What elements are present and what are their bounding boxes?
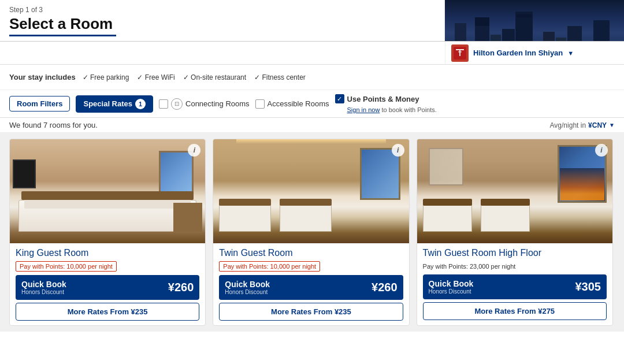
qb-subtitle-2: Honors Discount (429, 288, 474, 295)
rooms-container: i King Guest Room Pay with Points: 10,00… (0, 133, 624, 332)
qb-left-2: Quick Book Honors Discount (429, 279, 474, 295)
accessible-rooms-label: Accessible Rooms (268, 99, 329, 108)
quick-book-btn-1[interactable]: Quick Book Honors Discount ¥260 (219, 275, 403, 300)
hotel-name[interactable]: Hilton Garden Inn Shiyan (473, 49, 563, 57)
results-count: We found 7 rooms for you. (9, 121, 98, 129)
qb-left-0: Quick Book Honors Discount (21, 280, 66, 295)
connecting-rooms-filter[interactable]: ⊡ Connecting Rooms (159, 98, 250, 110)
hotel-dropdown-icon[interactable]: ▼ (567, 50, 574, 57)
more-rates-btn-0[interactable]: More Rates From ¥235 (16, 303, 199, 321)
filters-row: Room Filters Special Rates 1 ⊡ Connectin… (0, 90, 624, 118)
sign-in-suffix: to book with Points. (380, 106, 436, 113)
room-filters-button[interactable]: Room Filters (9, 96, 70, 112)
room-card-0: i King Guest Room Pay with Points: 10,00… (9, 139, 206, 326)
room-image-1: i (213, 139, 408, 243)
avg-night-section: Avg/night in ¥CNY ▼ (550, 121, 615, 129)
room-name-2: Twin Guest Room High Floor (423, 248, 607, 258)
room-card-2: i Twin Guest Room High Floor Pay with Po… (417, 139, 613, 326)
sign-in-link[interactable]: Sign in now (347, 106, 380, 113)
qb-title-2: Quick Book (429, 279, 474, 288)
step-label: Step 1 of 3 (9, 6, 435, 14)
room-points-1: Pay with Points: 10,000 per night (219, 261, 320, 272)
accessible-checkbox[interactable] (255, 99, 265, 109)
connecting-checkbox[interactable] (159, 99, 168, 109)
more-rates-btn-1[interactable]: More Rates From ¥235 (219, 303, 403, 321)
room-body-2: Twin Guest Room High Floor Pay with Poin… (417, 243, 612, 325)
stays-row: Your stay includes ✓ Free parking ✓ Free… (0, 65, 624, 90)
page-title: Select a Room (9, 15, 435, 33)
use-points-label: Use Points & Money (347, 95, 419, 103)
currency-selector[interactable]: ¥CNY (588, 121, 607, 129)
room-image-2: i (417, 139, 612, 243)
quick-book-btn-2[interactable]: Quick Book Honors Discount ¥305 (423, 274, 607, 299)
qb-left-1: Quick Book Honors Discount (225, 280, 270, 295)
results-row: We found 7 rooms for you. Avg/night in ¥… (0, 118, 624, 133)
connecting-rooms-label: Connecting Rooms (185, 99, 250, 108)
amenity-restaurant: ✓ On-site restaurant (183, 73, 246, 81)
use-points-filter[interactable]: ✓ Use Points & Money Sign in now to book… (335, 94, 437, 113)
room-body-0: King Guest Room Pay with Points: 10,000 … (10, 243, 205, 325)
hotel-logo (451, 44, 469, 62)
qb-subtitle-0: Honors Discount (21, 289, 66, 295)
special-rates-badge: 1 (135, 99, 146, 109)
hotel-image-area (445, 0, 624, 41)
special-rates-button[interactable]: Special Rates 1 (76, 95, 153, 113)
room-name-0: King Guest Room (16, 248, 199, 258)
accessible-rooms-filter[interactable]: Accessible Rooms (255, 99, 329, 109)
room-image-0: i (10, 139, 205, 243)
room-name-1: Twin Guest Room (219, 248, 403, 258)
hotel-image (445, 0, 624, 41)
room-info-btn-2[interactable]: i (595, 144, 608, 157)
amenity-wifi: ✓ Free WiFi (137, 73, 174, 81)
room-card-1: i Twin Guest Room Pay with Points: 10,00… (213, 139, 409, 326)
special-rates-label: Special Rates (83, 99, 132, 108)
room-points-0: Pay with Points: 10,000 per night (16, 261, 117, 272)
room-body-1: Twin Guest Room Pay with Points: 10,000 … (213, 243, 408, 325)
qb-title-0: Quick Book (21, 280, 66, 289)
amenity-parking: ✓ Free parking (83, 73, 129, 81)
stays-label: Your stay includes (9, 73, 76, 81)
amenity-fitness: ✓ Fitness center (254, 73, 306, 81)
qb-title-1: Quick Book (225, 280, 270, 289)
avg-night-label: Avg/night in (550, 121, 586, 129)
room-points-2: Pay with Points: 23,000 per night (423, 262, 516, 271)
hotel-info-bar: Hilton Garden Inn Shiyan ▼ (445, 42, 624, 64)
title-underline (9, 35, 116, 36)
qb-price-0: ¥260 (168, 281, 194, 294)
room-info-btn-1[interactable]: i (392, 144, 404, 157)
qb-subtitle-1: Honors Discount (225, 289, 270, 295)
use-points-checkbox[interactable]: ✓ (335, 94, 344, 103)
more-rates-btn-2[interactable]: More Rates From ¥275 (423, 302, 607, 320)
connecting-icon: ⊡ (171, 98, 183, 110)
currency-arrow-icon[interactable]: ▼ (609, 122, 615, 128)
header-left: Step 1 of 3 Select a Room (0, 0, 445, 41)
quick-book-btn-0[interactable]: Quick Book Honors Discount ¥260 (16, 275, 199, 300)
qb-price-1: ¥260 (372, 281, 398, 294)
qb-price-2: ¥305 (575, 280, 601, 294)
